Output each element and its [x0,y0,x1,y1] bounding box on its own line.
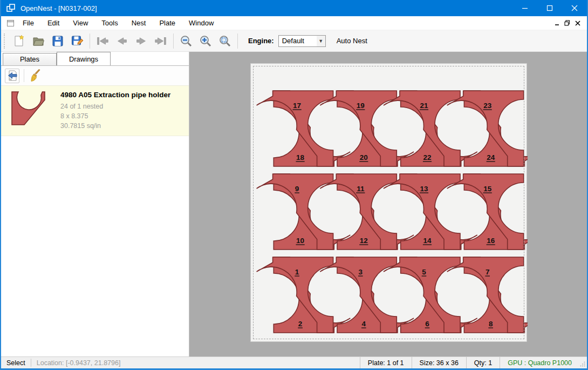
part-number-label: 11 [357,185,365,193]
clean-broom-icon [29,69,42,82]
first-plate-button[interactable] [93,32,112,50]
drawings-toolbar [1,66,189,85]
open-button[interactable] [29,32,48,50]
status-qty: Qty: 1 [466,357,500,368]
maximize-button[interactable] [537,0,562,16]
close-button[interactable] [562,0,587,16]
zoom-fit-button[interactable] [215,32,235,50]
zoom-out-icon [180,35,193,48]
menu-window[interactable]: Window [183,17,220,29]
new-document-icon [12,35,25,48]
minimize-button[interactable] [512,0,537,16]
nest-layout: 171819202122232491011121314151612345678 [251,64,528,342]
part-number-label: 8 [489,320,493,328]
part-number-label: 9 [295,185,299,193]
menu-plate[interactable]: Plate [153,17,181,29]
nest-cell: 1314 [384,174,477,250]
part-number-label: 24 [487,153,495,162]
save-button[interactable] [48,32,67,50]
clean-button[interactable] [28,69,43,83]
menu-tools[interactable]: Tools [95,17,124,29]
last-plate-button[interactable] [151,32,170,50]
part-number-label: 23 [483,102,492,110]
nav-next-icon [134,35,148,47]
part-number-label: 15 [483,185,492,193]
part-number-label: 3 [359,268,363,276]
drawings-panel: 4980 A05 Extraction pipe holder 24 of 1 … [1,65,189,356]
save-icon [51,35,64,48]
engine-selected-value: Default [282,37,304,45]
resize-grip-icon [580,361,585,367]
mdi-close-button[interactable] [572,18,583,28]
toolbar-separator [237,33,238,49]
part-shape-thumbnail [8,90,47,127]
maximize-icon [546,5,553,11]
window-title: OpenNest - [N0317-002] [20,4,97,12]
part-number-label: 5 [422,268,426,276]
close-icon [571,5,578,11]
menu-file[interactable]: File [17,17,40,29]
minimize-icon [522,5,528,11]
part-number-label: 1 [295,268,299,276]
new-button[interactable] [9,32,29,50]
part-number-label: 6 [425,320,429,328]
mdi-close-icon [575,21,580,26]
nav-previous-icon [115,35,129,47]
zoom-fit-icon [218,35,231,48]
part-number-label: 21 [420,102,428,110]
part-number-label: 18 [296,153,305,162]
title-bar: OpenNest - [N0317-002] [1,0,587,16]
mdi-restore-button[interactable] [562,18,572,28]
part-number-label: 2 [298,320,303,328]
chevron-down-icon[interactable]: ▼ [317,36,325,46]
left-panel: Plates Drawings [1,52,189,356]
save-as-button[interactable] [67,32,87,50]
toolbar-grip[interactable] [4,33,6,49]
status-mode: Select [6,359,25,367]
status-location: Location: [-0.9437, 21.8796] [37,359,121,367]
menu-edit[interactable]: Edit [42,17,65,29]
menu-view[interactable]: View [67,17,94,29]
nest-canvas[interactable]: 171819202122232491011121314151612345678 [189,52,587,356]
mdi-minimize-button[interactable] [552,18,562,28]
status-separator [31,359,31,367]
return-drawing-button[interactable] [5,69,19,83]
engine-label: Engine: [248,37,274,45]
zoom-out-button[interactable] [176,32,196,50]
drawing-area: 30.7815 sq/in [60,121,170,131]
part-thumbnail [8,90,53,131]
part-number-label: 19 [357,102,365,110]
part-number-label: 20 [360,153,368,162]
tab-plates[interactable]: Plates [3,53,57,65]
drawing-list-item[interactable]: 4980 A05 Extraction pipe holder 24 of 1 … [1,85,189,136]
previous-plate-button[interactable] [112,32,132,50]
toolbar-separator [24,69,24,82]
app-icon [6,3,16,13]
part-number-label: 16 [487,237,495,245]
resize-grip[interactable] [579,357,587,368]
engine-select[interactable]: Default ▼ [278,35,326,47]
status-gpu: GPU : Quadro P1000 [500,357,579,368]
mdi-minimize-icon [555,21,560,26]
part-number-label: 14 [423,237,432,245]
part-number-label: 17 [293,102,301,110]
toolbar-separator [90,33,90,49]
nav-last-icon [154,35,168,47]
mdi-child-icon [6,19,15,28]
app-window: OpenNest - [N0317-002] File Edit View To… [0,0,588,370]
nest-cell: 2122 [384,91,477,166]
nest-cell: 34 [320,257,414,333]
status-bar: Select Location: [-0.9437, 21.8796] Plat… [1,356,587,368]
next-plate-button[interactable] [132,32,151,50]
part-number-label: 13 [420,185,428,193]
auto-nest-button[interactable]: Auto Nest [333,35,371,47]
tab-drawings[interactable]: Drawings [57,52,111,65]
plate[interactable]: 171819202122232491011121314151612345678 [250,63,527,342]
nav-first-icon [95,35,110,47]
zoom-in-icon [199,35,212,48]
part-number-label: 12 [360,237,368,245]
part-number-label: 22 [423,153,431,162]
open-folder-icon [32,35,45,48]
menu-nest[interactable]: Nest [126,17,152,29]
zoom-in-button[interactable] [196,32,215,50]
